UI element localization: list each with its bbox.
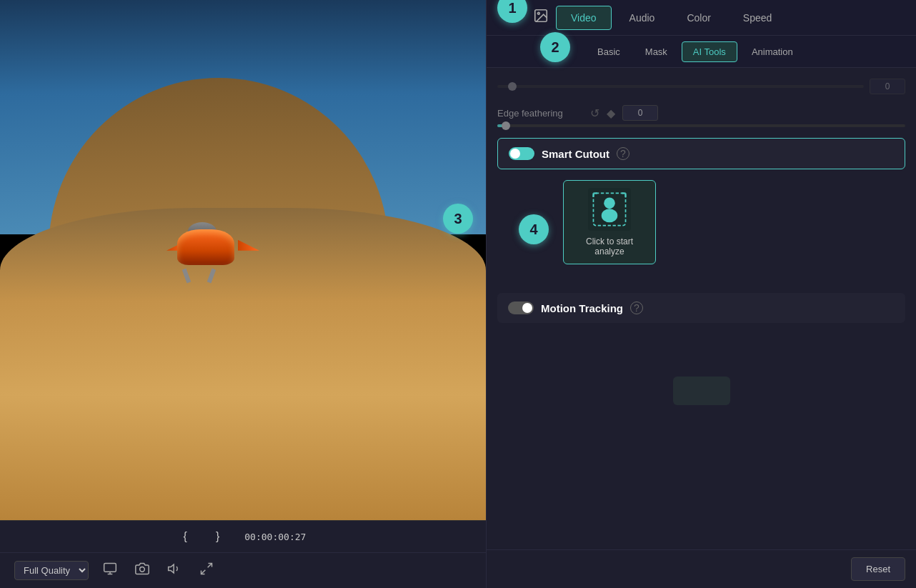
step-2-bubble: 2 [540,32,570,62]
step-4-bubble: 4 [519,214,549,244]
spaceship-leg-right [207,268,216,283]
svg-point-3 [140,567,145,572]
motion-tracking-help-icon[interactable]: ? [630,302,643,314]
step-1-bubble: 1 [497,0,527,23]
bottom-actions: Reset [487,549,916,588]
svg-point-11 [602,209,618,222]
tab-speed[interactable]: Speed [729,6,786,29]
sub-tab-animation[interactable]: Animation [741,42,804,61]
fullscreen-icon-btn[interactable] [196,558,217,583]
timecode-display: 00:00:00:27 [244,532,306,542]
bracket-open-btn[interactable]: { [180,527,191,547]
analyze-label: Click to start analyze [571,236,648,256]
sub-tab-mask[interactable]: Mask [634,42,678,61]
monitor-icon-btn[interactable] [99,558,121,583]
edge-feathering-label: Edge feathering [497,108,583,119]
edge-feathering-row: Edge feathering ↺ ◆ 0 [497,105,905,121]
svg-point-8 [537,12,539,14]
sub-tab-bar: 2 Basic Mask AI Tools Animation [487,36,916,68]
motion-tracking-toggle-knob [522,303,532,313]
svg-point-10 [604,198,615,209]
sub-tab-basic[interactable]: Basic [587,42,631,61]
tab-video[interactable]: Video [556,6,612,30]
smart-cutout-toggle-knob [510,149,520,159]
smart-cutout-header: Smart Cutout ? [509,147,894,160]
video-preview: 3 [0,0,486,520]
top-slider-thumb [508,82,517,91]
bottom-analyze-preview [497,377,905,405]
motion-tracking-title: Motion Tracking [541,302,623,314]
spaceship-body [177,229,234,265]
top-slider-track[interactable] [497,85,864,88]
bottom-btn-preview [673,377,730,405]
svg-rect-0 [104,564,116,572]
reset-button[interactable]: Reset [851,557,905,581]
content-spacer [497,334,905,377]
svg-marker-4 [169,564,174,573]
bottom-toolbar: Full Quality [0,552,486,588]
top-slider-row: 0 [497,79,905,94]
step-3-bubble: 3 [443,204,473,234]
tab-color[interactable]: Color [672,6,725,29]
edge-reset-icon[interactable]: ↺ [590,106,599,120]
video-panel: 3 { } 00:00:00:27 Full Quality [0,0,486,588]
main-tab-bar: 1 Video Audio Color Speed [487,0,916,36]
top-value-box[interactable]: 0 [870,79,905,94]
analyze-button[interactable]: Click to start analyze [563,180,656,264]
quality-select[interactable]: Full Quality [14,561,89,580]
volume-icon-btn[interactable] [164,558,185,583]
person-analyze-icon [591,191,628,228]
edge-diamond-icon[interactable]: ◆ [607,106,615,120]
sub-tab-ai-tools[interactable]: AI Tools [682,41,737,62]
svg-line-6 [201,570,206,574]
analyze-icon-container [588,188,631,231]
smart-cutout-block: Smart Cutout ? [497,138,905,169]
video-controls-bar: { } 00:00:00:27 [0,520,486,552]
analyze-row: 4 [497,180,905,279]
settings-content: 0 Edge feathering ↺ ◆ 0 [487,68,916,549]
screenshot-icon-btn[interactable] [131,558,153,583]
svg-line-5 [208,564,212,568]
smart-cutout-toggle[interactable] [509,147,534,160]
motion-tracking-block: Motion Tracking ? [497,293,905,323]
tab-audio[interactable]: Audio [615,6,669,29]
media-icon [533,8,549,27]
edge-feathering-slider-row [497,124,905,127]
spaceship-leg-left [182,268,191,283]
smart-cutout-title: Smart Cutout [542,148,609,160]
edge-value-box[interactable]: 0 [622,105,658,121]
edge-slider-track[interactable] [497,124,905,127]
settings-panel: 1 Video Audio Color Speed 2 Basic Mas [486,0,916,588]
edge-slider-thumb [502,121,510,130]
motion-tracking-header: Motion Tracking ? [508,302,895,314]
smart-cutout-help-icon[interactable]: ? [617,147,629,160]
bracket-close-btn[interactable]: } [212,527,223,547]
motion-tracking-toggle[interactable] [508,302,534,314]
spaceship [170,219,256,283]
